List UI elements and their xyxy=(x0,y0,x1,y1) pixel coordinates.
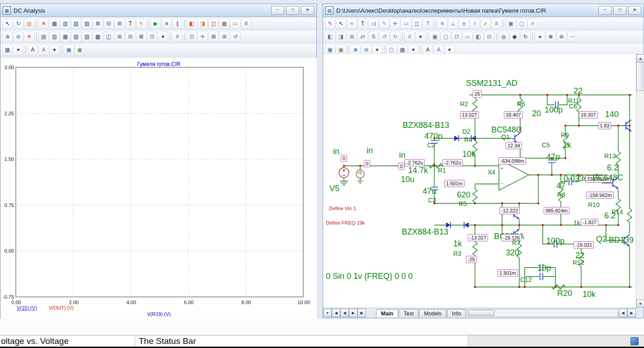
prev-page-button[interactable]: ◀ xyxy=(340,309,349,317)
zoom-in-icon[interactable]: ⊕ xyxy=(2,32,13,42)
bus-wire-icon[interactable]: ≡ xyxy=(437,19,447,29)
optimize-icon[interactable]: ▨ xyxy=(82,32,92,42)
text-tool-icon[interactable]: T xyxy=(357,19,368,29)
scroll-right-button[interactable]: ▶ xyxy=(627,309,636,317)
font-dropdown-icon[interactable]: ▾ xyxy=(444,45,455,55)
zoom-in-icon[interactable]: ⊕ xyxy=(350,45,361,55)
curve-select-icon[interactable]: ▾ xyxy=(158,32,168,42)
box-select-icon[interactable]: ⊡ xyxy=(451,32,462,42)
tag-vertical-icon[interactable]: ⊞ xyxy=(114,19,125,29)
open-file-icon[interactable]: ▤ xyxy=(24,19,34,29)
numeric-output-icon[interactable]: # xyxy=(172,32,183,42)
tab-main[interactable]: Main xyxy=(376,309,398,317)
tab-models[interactable]: Models xyxy=(419,309,447,317)
annotate-icon[interactable]: ✎ xyxy=(136,19,146,29)
waveform-delete-icon[interactable]: ▥ xyxy=(49,32,60,42)
scroll-left-button[interactable]: ◀ xyxy=(619,309,627,317)
polarity-icon[interactable]: ± xyxy=(459,19,469,29)
info-circle-icon[interactable]: i xyxy=(470,19,480,29)
lock-icon[interactable]: ● xyxy=(535,32,545,42)
refresh-icon[interactable]: ↻ xyxy=(13,19,24,29)
cursor-mode-icon[interactable]: ✛ xyxy=(197,32,208,42)
horizontal-scrollbar[interactable] xyxy=(467,309,618,317)
scrollbar-thumb[interactable] xyxy=(468,310,494,316)
run-icon[interactable]: ▶ xyxy=(150,19,161,29)
scope-left-icon[interactable]: ◧ xyxy=(187,19,197,29)
zoom-percent-icon[interactable]: ▾ xyxy=(372,45,382,55)
grid-pattern-icon[interactable]: ▦ xyxy=(397,45,408,55)
grid-options-icon[interactable]: ▾ xyxy=(415,32,426,42)
slider-icon[interactable]: ⊠ xyxy=(136,32,146,42)
plot-area[interactable]: Гумеля готов.CIR 3.002.251.500.750.00-0.… xyxy=(1,58,317,322)
text-tool-icon[interactable]: T xyxy=(125,19,136,29)
part-list-icon[interactable]: ◫ xyxy=(412,19,422,29)
sheet-view-icon[interactable]: ▣ xyxy=(506,19,516,29)
delete-icon[interactable]: ✕ xyxy=(38,19,49,29)
grid-toggle-icon[interactable]: # xyxy=(404,32,415,42)
font-a-icon[interactable]: A xyxy=(28,45,38,55)
font-color-icon[interactable]: A xyxy=(38,45,49,55)
performance-icon[interactable]: ⊟ xyxy=(125,32,136,42)
analysis-limits-icon[interactable]: ▦ xyxy=(60,32,71,42)
numeric-format-icon[interactable]: # xyxy=(241,19,251,29)
ground-symbol-icon[interactable]: ⊥ xyxy=(448,19,458,29)
watch-icon[interactable]: ⊡ xyxy=(147,32,157,42)
plot-group-a-icon[interactable]: ▧ xyxy=(71,19,81,29)
diode-component-icon[interactable]: ◁ xyxy=(368,19,379,29)
stop-circle-icon[interactable]: ⊗ xyxy=(545,32,556,42)
legend-item[interactable]: V(15) (V) xyxy=(17,305,37,310)
select-arrow-icon[interactable]: ↖ xyxy=(2,19,13,29)
mirror-vertical-icon[interactable]: ⇅ xyxy=(368,32,379,42)
tag-horizontal-icon[interactable]: ⊟ xyxy=(103,19,114,29)
legend-item[interactable]: V(OUT) (V) xyxy=(49,305,74,310)
step-box-icon[interactable]: ⊞ xyxy=(347,32,357,42)
copy-page-icon[interactable]: ▣ xyxy=(64,45,74,55)
attribute-toggle-icon[interactable]: ✓ xyxy=(480,19,491,29)
bring-to-front-icon[interactable]: ▣ xyxy=(430,32,440,42)
fft-icon[interactable]: ⊞ xyxy=(114,32,125,42)
rotate-ccw-icon[interactable]: ↺ xyxy=(379,32,390,42)
window-icon[interactable]: ▧ xyxy=(325,6,334,14)
send-to-back-icon[interactable]: ▢ xyxy=(441,32,451,42)
grid-pattern-icon[interactable]: ▦ xyxy=(2,45,13,55)
scale-mode-icon[interactable]: ⊡ xyxy=(187,32,197,42)
maximize-button[interactable]: □ xyxy=(286,6,299,15)
calculator-icon[interactable]: = xyxy=(527,19,538,29)
ruler-icon[interactable]: ▭ xyxy=(230,19,240,29)
help-question-icon[interactable]: ? xyxy=(423,19,433,29)
yellow-pencil-icon[interactable]: ✎ xyxy=(379,19,390,29)
squiggle-wire-icon[interactable]: ≈ xyxy=(347,19,357,29)
pause-icon[interactable]: ∥ xyxy=(172,19,183,29)
window-icon[interactable]: ▦ xyxy=(3,6,11,14)
copy-page-icon[interactable]: ▣ xyxy=(325,45,335,55)
refresh-view-icon[interactable]: ↻ xyxy=(520,32,531,42)
region-enable-icon[interactable]: ▭ xyxy=(462,32,473,42)
tray-icon[interactable] xyxy=(630,337,639,345)
maximize-button[interactable]: □ xyxy=(613,6,626,15)
close-button[interactable]: ✕ xyxy=(628,6,641,15)
rotate-cw-icon[interactable]: ↻ xyxy=(390,32,400,42)
schematic-canvas[interactable]: + − xyxy=(326,54,635,308)
page-menu-button[interactable]: ▾ xyxy=(323,309,332,317)
close-button[interactable]: ✕ xyxy=(301,6,314,15)
stop-icon[interactable]: ■ xyxy=(161,19,172,29)
paste-page-icon[interactable]: ▣ xyxy=(75,45,85,55)
probe-cross-icon[interactable]: ✛ xyxy=(390,19,400,29)
scroll-down-button[interactable]: ▼ xyxy=(636,300,644,308)
flip-x-icon[interactable]: ◧ xyxy=(473,32,484,42)
delete-all-icon[interactable]: ✕ xyxy=(24,32,34,42)
tag-point-icon[interactable]: ⊠ xyxy=(93,19,103,29)
grid-dropdown-icon[interactable]: ▾ xyxy=(13,45,24,55)
last-page-button[interactable]: ▶ xyxy=(357,309,366,317)
smoothing-icon[interactable]: ◫ xyxy=(103,32,114,42)
find-next-icon[interactable]: ◉ xyxy=(509,32,520,42)
scroll-up-button[interactable]: ▲ xyxy=(636,54,644,62)
add-grid-right-icon[interactable]: ▥ xyxy=(60,19,71,29)
add-grid-left-icon[interactable]: ▦ xyxy=(49,19,60,29)
minimize-button[interactable]: − xyxy=(598,6,611,15)
stepping-icon[interactable]: ▧ xyxy=(71,32,81,42)
scope-both-icon[interactable]: ◫ xyxy=(208,19,219,29)
select-arrow-icon[interactable]: ↖ xyxy=(336,19,346,29)
grid-dropdown-icon[interactable]: ▾ xyxy=(408,45,418,55)
data-points-icon[interactable]: ▦ xyxy=(219,19,230,29)
